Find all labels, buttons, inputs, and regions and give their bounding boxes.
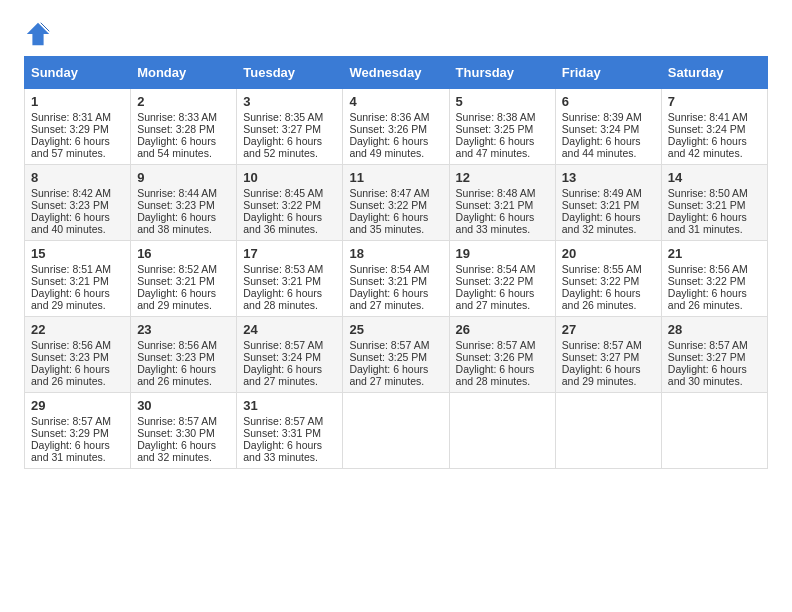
calendar-cell: 27Sunrise: 8:57 AMSunset: 3:27 PMDayligh… (555, 317, 661, 393)
day-number: 30 (137, 398, 230, 413)
sunset-text: Sunset: 3:21 PM (668, 199, 746, 211)
calendar-week-row: 15Sunrise: 8:51 AMSunset: 3:21 PMDayligh… (25, 241, 768, 317)
sunrise-text: Sunrise: 8:31 AM (31, 111, 111, 123)
sunset-text: Sunset: 3:22 PM (349, 199, 427, 211)
day-number: 7 (668, 94, 761, 109)
calendar-cell (555, 393, 661, 469)
day-number: 12 (456, 170, 549, 185)
sunrise-text: Sunrise: 8:42 AM (31, 187, 111, 199)
sunrise-text: Sunrise: 8:55 AM (562, 263, 642, 275)
sunset-text: Sunset: 3:30 PM (137, 427, 215, 439)
daylight-text: Daylight: 6 hours and 31 minutes. (31, 439, 110, 463)
daylight-text: Daylight: 6 hours and 29 minutes. (31, 287, 110, 311)
sunrise-text: Sunrise: 8:57 AM (243, 415, 323, 427)
sunrise-text: Sunrise: 8:57 AM (456, 339, 536, 351)
day-number: 8 (31, 170, 124, 185)
sunset-text: Sunset: 3:25 PM (456, 123, 534, 135)
daylight-text: Daylight: 6 hours and 47 minutes. (456, 135, 535, 159)
day-number: 11 (349, 170, 442, 185)
calendar-cell (661, 393, 767, 469)
calendar-cell: 29Sunrise: 8:57 AMSunset: 3:29 PMDayligh… (25, 393, 131, 469)
col-header-friday: Friday (555, 57, 661, 89)
day-number: 6 (562, 94, 655, 109)
sunrise-text: Sunrise: 8:56 AM (137, 339, 217, 351)
calendar-cell (449, 393, 555, 469)
daylight-text: Daylight: 6 hours and 33 minutes. (456, 211, 535, 235)
daylight-text: Daylight: 6 hours and 49 minutes. (349, 135, 428, 159)
sunset-text: Sunset: 3:21 PM (137, 275, 215, 287)
col-header-wednesday: Wednesday (343, 57, 449, 89)
calendar-cell: 12Sunrise: 8:48 AMSunset: 3:21 PMDayligh… (449, 165, 555, 241)
calendar-cell: 9Sunrise: 8:44 AMSunset: 3:23 PMDaylight… (131, 165, 237, 241)
calendar-cell: 14Sunrise: 8:50 AMSunset: 3:21 PMDayligh… (661, 165, 767, 241)
calendar-cell: 23Sunrise: 8:56 AMSunset: 3:23 PMDayligh… (131, 317, 237, 393)
sunset-text: Sunset: 3:21 PM (31, 275, 109, 287)
day-number: 21 (668, 246, 761, 261)
day-number: 17 (243, 246, 336, 261)
day-number: 23 (137, 322, 230, 337)
calendar-week-row: 29Sunrise: 8:57 AMSunset: 3:29 PMDayligh… (25, 393, 768, 469)
calendar-cell (343, 393, 449, 469)
sunrise-text: Sunrise: 8:54 AM (456, 263, 536, 275)
sunrise-text: Sunrise: 8:51 AM (31, 263, 111, 275)
sunset-text: Sunset: 3:27 PM (562, 351, 640, 363)
col-header-monday: Monday (131, 57, 237, 89)
day-number: 5 (456, 94, 549, 109)
sunset-text: Sunset: 3:22 PM (562, 275, 640, 287)
daylight-text: Daylight: 6 hours and 26 minutes. (668, 287, 747, 311)
sunrise-text: Sunrise: 8:50 AM (668, 187, 748, 199)
sunrise-text: Sunrise: 8:45 AM (243, 187, 323, 199)
sunrise-text: Sunrise: 8:48 AM (456, 187, 536, 199)
sunrise-text: Sunrise: 8:57 AM (243, 339, 323, 351)
logo (24, 20, 56, 48)
calendar-cell: 24Sunrise: 8:57 AMSunset: 3:24 PMDayligh… (237, 317, 343, 393)
sunrise-text: Sunrise: 8:38 AM (456, 111, 536, 123)
sunset-text: Sunset: 3:29 PM (31, 427, 109, 439)
day-number: 14 (668, 170, 761, 185)
daylight-text: Daylight: 6 hours and 44 minutes. (562, 135, 641, 159)
daylight-text: Daylight: 6 hours and 32 minutes. (562, 211, 641, 235)
day-number: 3 (243, 94, 336, 109)
day-number: 2 (137, 94, 230, 109)
sunrise-text: Sunrise: 8:57 AM (349, 339, 429, 351)
day-number: 25 (349, 322, 442, 337)
day-number: 31 (243, 398, 336, 413)
sunrise-text: Sunrise: 8:39 AM (562, 111, 642, 123)
sunset-text: Sunset: 3:21 PM (349, 275, 427, 287)
sunset-text: Sunset: 3:23 PM (31, 199, 109, 211)
sunrise-text: Sunrise: 8:53 AM (243, 263, 323, 275)
daylight-text: Daylight: 6 hours and 30 minutes. (668, 363, 747, 387)
col-header-sunday: Sunday (25, 57, 131, 89)
sunset-text: Sunset: 3:24 PM (243, 351, 321, 363)
sunset-text: Sunset: 3:27 PM (243, 123, 321, 135)
daylight-text: Daylight: 6 hours and 26 minutes. (137, 363, 216, 387)
day-number: 4 (349, 94, 442, 109)
sunset-text: Sunset: 3:24 PM (668, 123, 746, 135)
daylight-text: Daylight: 6 hours and 27 minutes. (243, 363, 322, 387)
day-number: 20 (562, 246, 655, 261)
day-number: 16 (137, 246, 230, 261)
daylight-text: Daylight: 6 hours and 27 minutes. (349, 287, 428, 311)
daylight-text: Daylight: 6 hours and 42 minutes. (668, 135, 747, 159)
sunset-text: Sunset: 3:28 PM (137, 123, 215, 135)
sunset-text: Sunset: 3:27 PM (668, 351, 746, 363)
calendar-cell: 28Sunrise: 8:57 AMSunset: 3:27 PMDayligh… (661, 317, 767, 393)
day-number: 18 (349, 246, 442, 261)
day-number: 29 (31, 398, 124, 413)
calendar-cell: 17Sunrise: 8:53 AMSunset: 3:21 PMDayligh… (237, 241, 343, 317)
sunrise-text: Sunrise: 8:52 AM (137, 263, 217, 275)
sunrise-text: Sunrise: 8:47 AM (349, 187, 429, 199)
day-number: 24 (243, 322, 336, 337)
sunset-text: Sunset: 3:26 PM (349, 123, 427, 135)
calendar-cell: 6Sunrise: 8:39 AMSunset: 3:24 PMDaylight… (555, 89, 661, 165)
daylight-text: Daylight: 6 hours and 54 minutes. (137, 135, 216, 159)
day-number: 22 (31, 322, 124, 337)
daylight-text: Daylight: 6 hours and 52 minutes. (243, 135, 322, 159)
sunset-text: Sunset: 3:26 PM (456, 351, 534, 363)
daylight-text: Daylight: 6 hours and 26 minutes. (562, 287, 641, 311)
sunrise-text: Sunrise: 8:33 AM (137, 111, 217, 123)
calendar-cell: 4Sunrise: 8:36 AMSunset: 3:26 PMDaylight… (343, 89, 449, 165)
calendar-cell: 15Sunrise: 8:51 AMSunset: 3:21 PMDayligh… (25, 241, 131, 317)
calendar-cell: 31Sunrise: 8:57 AMSunset: 3:31 PMDayligh… (237, 393, 343, 469)
calendar-cell: 20Sunrise: 8:55 AMSunset: 3:22 PMDayligh… (555, 241, 661, 317)
